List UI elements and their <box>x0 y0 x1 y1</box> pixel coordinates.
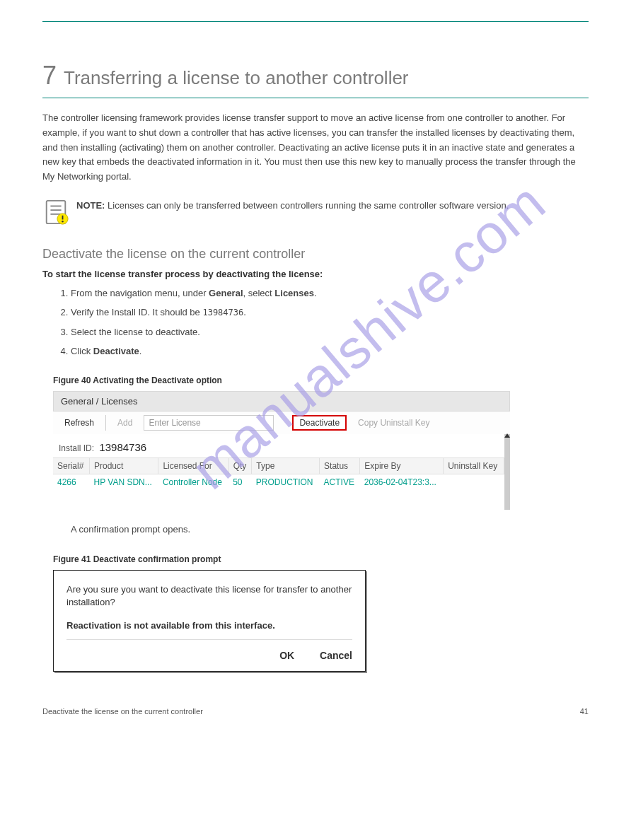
footer-text: Deactivate the license on the current co… <box>42 707 203 716</box>
table-row[interactable]: 4266 HP VAN SDN... Controller Node 50 PR… <box>53 474 504 490</box>
breadcrumb: General / Licenses <box>53 391 510 412</box>
figure-2-label: Figure 41 <box>53 554 91 564</box>
step-3: Select the license to deactivate. <box>71 325 589 339</box>
steps-intro: To start the license transfer process by… <box>42 269 589 279</box>
step-2: Verify the Install ID. It should be 1398… <box>71 305 589 320</box>
copy-uninstall-key-button[interactable]: Copy Uninstall Key <box>352 416 435 430</box>
page-number: 41 <box>580 707 589 716</box>
confirm-dialog-screenshot: Are you sure you want to deactivate this… <box>53 570 366 672</box>
figure-2-title: Deactivate confirmation prompt <box>93 554 221 564</box>
figure-2-caption: Figure 41 Deactivate confirmation prompt <box>53 554 589 564</box>
cell-licensed-for: Controller Node <box>158 474 228 490</box>
licenses-screenshot: General / Licenses Refresh Add Enter Lic… <box>53 391 510 510</box>
cell-uninstall-key <box>444 474 504 490</box>
th-expire[interactable]: Expire By <box>360 457 444 474</box>
cancel-button[interactable]: Cancel <box>320 650 352 661</box>
chapter-heading: 7 Transferring a license to another cont… <box>42 61 589 91</box>
chapter-title: Transferring a license to another contro… <box>64 67 409 89</box>
note-text: NOTE: Licenses can only be transferred b… <box>76 199 509 213</box>
cell-type: PRODUCTION <box>252 474 320 490</box>
th-status[interactable]: Status <box>320 457 360 474</box>
steps-list: From the navigation menu, under General,… <box>42 286 589 358</box>
figure-1-caption: Figure 40 Activating the Deactivate opti… <box>53 375 589 385</box>
confirm-sentence: A confirmation prompt opens. <box>71 523 589 537</box>
th-type[interactable]: Type <box>252 457 320 474</box>
dialog-question: Are you sure you want to deactivate this… <box>66 583 352 609</box>
licenses-table: Serial# Product Licensed For Qty Type St… <box>53 457 504 490</box>
th-product[interactable]: Product <box>90 457 158 474</box>
install-id-label: Install ID: <box>59 443 94 453</box>
toolbar-divider <box>105 415 106 431</box>
dialog-warning: Reactivation is not available from this … <box>66 620 352 640</box>
deactivate-button[interactable]: Deactivate <box>292 415 347 431</box>
intro-paragraph: The controller licensing framework provi… <box>42 111 589 185</box>
figure-1-label: Figure 40 <box>53 375 91 385</box>
toolbar: Refresh Add Enter License Deactivate Cop… <box>53 412 510 434</box>
step-4: Click Deactivate. <box>71 344 589 358</box>
cell-status: ACTIVE <box>320 474 360 490</box>
note-block: NOTE: Licenses can only be transferred b… <box>42 199 589 226</box>
license-input[interactable]: Enter License <box>144 415 274 431</box>
ok-button[interactable]: OK <box>279 650 294 661</box>
note-body: Licenses can only be transferred between… <box>108 200 509 211</box>
section-title: Deactivate the license on the current co… <box>42 247 589 262</box>
figure-1-title: Activating the Deactivate option <box>93 375 222 385</box>
cell-qty: 50 <box>228 474 252 490</box>
add-button[interactable]: Add <box>112 416 138 430</box>
svg-point-6 <box>62 221 63 222</box>
note-icon <box>42 199 69 226</box>
refresh-button[interactable]: Refresh <box>59 416 100 430</box>
install-id-value: 13984736 <box>99 441 146 453</box>
page-footer: Deactivate the license on the current co… <box>42 707 589 716</box>
cell-product: HP VAN SDN... <box>90 474 158 490</box>
th-qty[interactable]: Qty <box>228 457 252 474</box>
th-licensed-for[interactable]: Licensed For <box>158 457 228 474</box>
step-1: From the navigation menu, under General,… <box>71 286 589 301</box>
rule-under-chapter <box>42 98 589 98</box>
th-uninstall-key[interactable]: Uninstall Key <box>444 457 504 474</box>
chapter-number: 7 <box>42 61 57 91</box>
cell-expire: 2036-02-04T23:3... <box>360 474 444 490</box>
th-serial[interactable]: Serial# <box>53 457 90 474</box>
dialog-buttons: OK Cancel <box>66 650 352 661</box>
install-id-row: Install ID: 13984736 <box>53 434 504 457</box>
note-label: NOTE: <box>76 200 105 211</box>
cell-serial: 4266 <box>53 474 90 490</box>
scroll-up-icon[interactable] <box>504 433 510 438</box>
table-header-row: Serial# Product Licensed For Qty Type St… <box>53 457 504 474</box>
